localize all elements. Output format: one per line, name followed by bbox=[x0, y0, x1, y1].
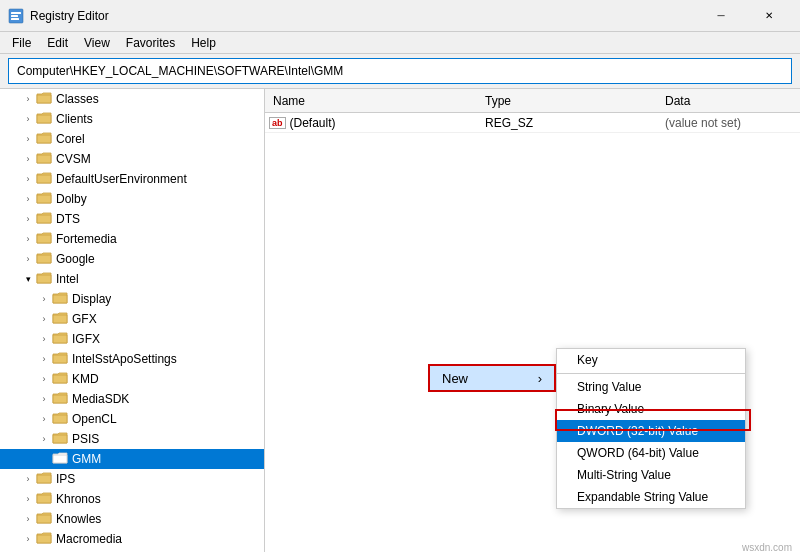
folder-icon-wrap bbox=[36, 211, 52, 228]
tree-arrow-icon[interactable]: › bbox=[36, 331, 52, 347]
tree-item[interactable]: › OpenCL bbox=[0, 409, 264, 429]
tree-arrow-icon[interactable] bbox=[36, 451, 52, 467]
tree-item-label: Fortemedia bbox=[56, 232, 117, 246]
address-path: Computer\HKEY_LOCAL_MACHINE\SOFTWARE\Int… bbox=[17, 64, 343, 78]
tree-item-label: Intel bbox=[56, 272, 79, 286]
tree-item[interactable]: › Clients bbox=[0, 109, 264, 129]
tree-arrow-icon[interactable]: › bbox=[20, 111, 36, 127]
tree-item[interactable]: › Display bbox=[0, 289, 264, 309]
menu-item-favorites[interactable]: Favorites bbox=[118, 34, 183, 52]
tree-item[interactable]: ▾ Intel bbox=[0, 269, 264, 289]
folder-icon-wrap bbox=[36, 471, 52, 488]
menu-item-view[interactable]: View bbox=[76, 34, 118, 52]
folder-icon-wrap bbox=[52, 431, 68, 448]
tree-arrow-icon[interactable]: › bbox=[36, 311, 52, 327]
tree-item-label: PSIS bbox=[72, 432, 99, 446]
tree-item[interactable]: › Fortemedia bbox=[0, 229, 264, 249]
folder-icon-wrap bbox=[52, 291, 68, 308]
ctx-multi-string-value[interactable]: Multi-String Value bbox=[557, 464, 745, 486]
tree-arrow-icon[interactable]: › bbox=[36, 411, 52, 427]
ctx-binary-value[interactable]: Binary Value bbox=[557, 398, 745, 420]
minimize-button[interactable]: ─ bbox=[698, 0, 744, 32]
tree-item[interactable]: › DTS bbox=[0, 209, 264, 229]
menu-item-file[interactable]: File bbox=[4, 34, 39, 52]
tree-arrow-icon[interactable]: › bbox=[20, 231, 36, 247]
col-type-header: Type bbox=[485, 94, 665, 108]
tree-item-label: Google bbox=[56, 252, 95, 266]
folder-icon-wrap bbox=[36, 131, 52, 148]
menu-item-edit[interactable]: Edit bbox=[39, 34, 76, 52]
tree-item[interactable]: › IPS bbox=[0, 469, 264, 489]
new-submenu-button[interactable]: New › bbox=[428, 364, 556, 392]
tree-item[interactable]: › DefaultUserEnvironment bbox=[0, 169, 264, 189]
tree-arrow-icon[interactable]: › bbox=[20, 131, 36, 147]
tree-item[interactable]: › MediaSDK bbox=[0, 389, 264, 409]
folder-icon bbox=[52, 431, 68, 445]
tree-item[interactable]: › KMD bbox=[0, 369, 264, 389]
tree-item-label: Macromedia bbox=[56, 532, 122, 546]
cell-name: ab (Default) bbox=[265, 116, 485, 130]
folder-icon-wrap bbox=[36, 111, 52, 128]
tree-item-label: Corel bbox=[56, 132, 85, 146]
tree-item-label: Knowles bbox=[56, 512, 101, 526]
folder-icon bbox=[52, 371, 68, 385]
folder-icon-wrap bbox=[52, 371, 68, 388]
tree-item[interactable]: › Khronos bbox=[0, 489, 264, 509]
tree-arrow-icon[interactable]: › bbox=[36, 431, 52, 447]
tree-arrow-icon[interactable]: ▾ bbox=[20, 271, 36, 287]
tree-item-label: DefaultUserEnvironment bbox=[56, 172, 187, 186]
tree-item[interactable]: › Macromedia bbox=[0, 529, 264, 549]
tree-item[interactable]: › GFX bbox=[0, 309, 264, 329]
tree-arrow-icon[interactable]: › bbox=[20, 511, 36, 527]
tree-arrow-icon[interactable]: › bbox=[20, 471, 36, 487]
folder-icon bbox=[36, 111, 52, 125]
ctx-qword-value[interactable]: QWORD (64-bit) Value bbox=[557, 442, 745, 464]
tree-item[interactable]: › CVSM bbox=[0, 149, 264, 169]
tree-item[interactable]: › IGFX bbox=[0, 329, 264, 349]
menu-item-help[interactable]: Help bbox=[183, 34, 224, 52]
folder-icon-wrap bbox=[52, 311, 68, 328]
svg-rect-2 bbox=[11, 15, 18, 17]
address-bar[interactable]: Computer\HKEY_LOCAL_MACHINE\SOFTWARE\Int… bbox=[8, 58, 792, 84]
tree-item[interactable]: › IntelSstApoSettings bbox=[0, 349, 264, 369]
tree-arrow-icon[interactable]: › bbox=[36, 351, 52, 367]
tree-scroll[interactable]: › Classes› Clients› Corel› CVSM› Default… bbox=[0, 89, 264, 552]
ctx-string-value[interactable]: String Value bbox=[557, 376, 745, 398]
app-icon bbox=[8, 8, 24, 24]
tree-arrow-icon[interactable]: › bbox=[20, 191, 36, 207]
folder-icon-wrap bbox=[36, 191, 52, 208]
tree-item[interactable]: › Knowles bbox=[0, 509, 264, 529]
tree-arrow-icon[interactable]: › bbox=[20, 91, 36, 107]
tree-item[interactable]: › Google bbox=[0, 249, 264, 269]
tree-arrow-icon[interactable]: › bbox=[20, 171, 36, 187]
ctx-dword-value[interactable]: DWORD (32-bit) Value bbox=[557, 420, 745, 442]
tree-item[interactable]: GMM bbox=[0, 449, 264, 469]
tree-arrow-icon[interactable]: › bbox=[20, 491, 36, 507]
table-row[interactable]: ab (Default) REG_SZ (value not set) bbox=[265, 113, 800, 133]
tree-arrow-icon[interactable]: › bbox=[36, 391, 52, 407]
tree-arrow-icon[interactable]: › bbox=[20, 531, 36, 547]
folder-icon bbox=[36, 491, 52, 505]
folder-icon-wrap bbox=[52, 391, 68, 408]
tree-item[interactable]: › Corel bbox=[0, 129, 264, 149]
folder-icon-wrap bbox=[52, 331, 68, 348]
tree-item-label: CVSM bbox=[56, 152, 91, 166]
new-arrow-icon: › bbox=[538, 371, 542, 386]
folder-icon bbox=[36, 271, 52, 285]
folder-icon bbox=[36, 511, 52, 525]
tree-arrow-icon[interactable]: › bbox=[20, 151, 36, 167]
tree-item-label: Khronos bbox=[56, 492, 101, 506]
tree-item[interactable]: › Dolby bbox=[0, 189, 264, 209]
tree-arrow-icon[interactable]: › bbox=[20, 251, 36, 267]
ctx-key[interactable]: Key bbox=[557, 349, 745, 371]
close-button[interactable]: ✕ bbox=[746, 0, 792, 32]
tree-item[interactable]: › Classes bbox=[0, 89, 264, 109]
folder-icon bbox=[36, 171, 52, 185]
ctx-expandable-string-value[interactable]: Expandable String Value bbox=[557, 486, 745, 508]
tree-item[interactable]: › PSIS bbox=[0, 429, 264, 449]
tree-arrow-icon[interactable]: › bbox=[36, 371, 52, 387]
tree-item-label: Dolby bbox=[56, 192, 87, 206]
tree-arrow-icon[interactable]: › bbox=[36, 291, 52, 307]
tree-item-label: Clients bbox=[56, 112, 93, 126]
tree-arrow-icon[interactable]: › bbox=[20, 211, 36, 227]
